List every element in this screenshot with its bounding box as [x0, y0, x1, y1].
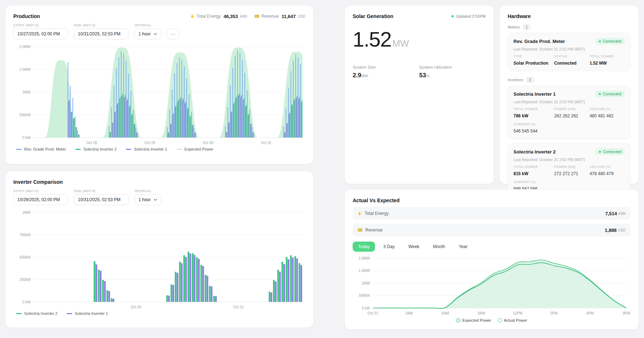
meter-card[interactable]: Rev. Grade Prod. Meter Connected Last Re… — [508, 33, 631, 71]
meters-count-badge: 1 — [523, 24, 531, 30]
status-pill: Connected — [595, 91, 625, 97]
end-date-input[interactable] — [74, 29, 129, 39]
legend-item: Expected Power — [456, 318, 491, 322]
end-date-label: END (MDT-6) — [74, 189, 129, 193]
svg-text:500kW: 500kW — [19, 255, 31, 259]
last-reported: Last Reported: October 31 2:52 PM (MDT) — [513, 157, 625, 162]
legend-swatch — [75, 149, 81, 150]
connected-dot-icon — [599, 40, 601, 42]
svg-text:250kW: 250kW — [19, 278, 31, 282]
tab-week[interactable]: Week — [403, 242, 424, 252]
start-date-input[interactable] — [13, 194, 68, 205]
revenue-label: Revenue — [261, 14, 279, 19]
revenue-banknote-icon — [255, 14, 259, 18]
svg-text:0 kW: 0 kW — [22, 300, 31, 304]
legend-swatch — [126, 149, 131, 150]
tab-year[interactable]: Year — [453, 242, 473, 252]
start-date-input[interactable] — [13, 29, 68, 39]
actual-vs-expected-panel: Actual Vs Expected Total Energy 7,514 kW… — [344, 189, 639, 330]
start-date-label: START (MDT-6) — [13, 23, 68, 27]
inverter-card[interactable]: Solectria Inverter 1 Connected Last Repo… — [508, 86, 631, 139]
last-reported: Last Reported: October 31 2:53 PM (MDT) — [513, 47, 625, 51]
legend-item: Solectria Inverter 2 — [16, 311, 57, 316]
svg-text:3AM: 3AM — [405, 311, 413, 315]
end-date-input[interactable] — [74, 194, 129, 205]
total-energy-value: 7,514 — [605, 211, 617, 216]
svg-text:0 kW: 0 kW — [22, 136, 31, 140]
system-size: System Size 2.9MW — [353, 65, 419, 79]
meters-section-label: Meters 1 — [508, 24, 631, 30]
energy-bolt-icon — [358, 211, 362, 216]
total-energy-row: Total Energy 7,514 kWh — [353, 207, 631, 220]
hardware-panel: Hardware Meters 1 Rev. Grade Prod. Meter… — [499, 5, 639, 184]
inverter-comparison-controls: START (MDT-6) END (MDT-6) INTERVAL 1 hou… — [13, 189, 305, 205]
start-date-label: START (MDT-6) — [13, 189, 68, 193]
svg-text:Oct 30: Oct 30 — [203, 141, 213, 145]
revenue-unit: USD — [618, 228, 626, 232]
svg-text:Oct 29: Oct 29 — [145, 141, 155, 145]
meter-type: TYPESolar Production — [513, 55, 554, 66]
revenue-banknote-icon — [358, 228, 362, 232]
svg-text:6PM: 6PM — [586, 311, 594, 315]
actual-vs-expected-title: Actual Vs Expected — [353, 198, 631, 203]
svg-text:1.5MW: 1.5MW — [358, 269, 370, 273]
inverter-power: POWER (KW)262 262 262 — [554, 107, 590, 119]
tab-today[interactable]: Today — [353, 242, 375, 252]
svg-text:12PM: 12PM — [513, 311, 522, 315]
inverter-card[interactable]: Solectria Inverter 2 Connected Last Repo… — [508, 143, 631, 197]
tab-3day[interactable]: 3 Day — [378, 242, 400, 252]
chevron-down-icon — [154, 199, 157, 201]
svg-text:1MW: 1MW — [22, 90, 31, 94]
svg-text:1MW: 1MW — [362, 281, 370, 285]
interval-value: 1 hour — [138, 197, 151, 202]
interval-select[interactable]: 1 hour — [134, 29, 161, 39]
legend-item: Expected Power — [177, 147, 213, 151]
solar-generation-title: Solar Generation — [353, 13, 393, 19]
svg-text:6AM: 6AM — [442, 311, 449, 315]
connected-dot-icon — [599, 93, 601, 95]
generation-value: 1.52 — [353, 27, 391, 51]
svg-text:2.0MW: 2.0MW — [358, 256, 370, 260]
svg-text:750kW: 750kW — [19, 233, 31, 237]
legend-item: Solectria Inverter 2 — [75, 147, 116, 151]
interval-select[interactable]: 1 hour — [134, 194, 161, 205]
production-chart: 0 kW500kW1MW1.5MW2.0MWOct 28Oct 29Oct 30… — [13, 42, 306, 146]
connected-dot-icon — [599, 151, 601, 153]
revenue-value: 1,888 — [605, 228, 617, 233]
legend-circle-icon — [456, 318, 460, 322]
svg-text:0 kW: 0 kW — [362, 306, 370, 310]
meter-name: Rev. Grade Prod. Meter — [513, 39, 565, 44]
legend-swatch — [16, 149, 22, 150]
interval-label: INTERVAL — [134, 189, 161, 193]
legend-circle-icon — [498, 318, 502, 322]
actual-vs-expected-legend: Expected Power Actual Power — [353, 318, 631, 322]
total-energy-unit: kWh — [618, 212, 626, 216]
updated-status: Updated 2:53PM — [451, 14, 486, 18]
meter-total-power: TOTAL POWER1.52 MW — [590, 55, 625, 66]
svg-text:3PM: 3PM — [550, 311, 558, 315]
inverter-comparison-title: Inverter Comparison — [13, 179, 63, 185]
inverter-power: POWER (KW)272 272 271 — [554, 165, 590, 177]
hardware-title: Hardware — [508, 13, 631, 19]
inverter-comparison-chart: 0 kW250kW500kW750kW1MWOct 30Oct 31 — [13, 208, 306, 311]
production-controls: START (MDT-6) END (MDT-6) INTERVAL 1 hou… — [13, 23, 305, 39]
total-energy-label: Total Energy — [197, 14, 221, 19]
production-title: Production — [13, 13, 40, 19]
end-date-label: END (MDT-6) — [74, 23, 129, 27]
status-pill: Connected — [595, 38, 625, 44]
more-options-button[interactable]: ⋯ — [167, 29, 179, 39]
legend-item: Solectria Inverter 1 — [126, 147, 167, 151]
inverter-voltage: VOLTAGE (V)480 481 482 — [590, 107, 625, 119]
interval-value: 1 hour — [138, 31, 151, 36]
solar-generation-panel: Solar Generation Updated 2:53PM 1.52 MW … — [344, 5, 494, 184]
inverters-count-badge: 2 — [526, 77, 534, 83]
production-stats: Total Energy 46,353 kWh Revenue 11,647 U… — [190, 14, 305, 19]
inverter-voltage: VOLTAGE (V)478 480 479 — [590, 165, 625, 177]
tab-month[interactable]: Month — [428, 242, 450, 252]
svg-text:9AM: 9AM — [478, 311, 485, 315]
inverter-comparison-legend: Solectria Inverter 2 Solectria Inverter … — [13, 311, 305, 316]
svg-text:500kW: 500kW — [359, 294, 370, 298]
production-legend: Rev. Grade Prod. Meter Solectria Inverte… — [13, 147, 305, 151]
inverter-total-power: TOTAL POWER815 kW — [513, 165, 554, 177]
svg-text:Oct 31: Oct 31 — [261, 141, 272, 145]
